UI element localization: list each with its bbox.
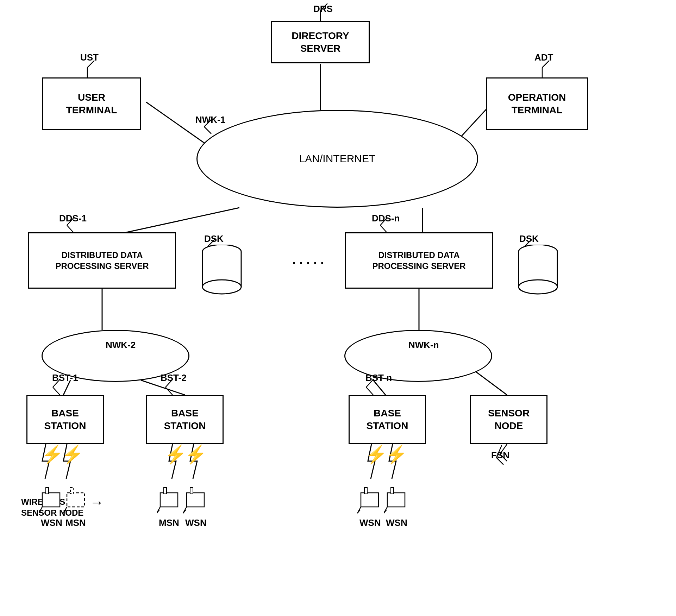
svg-rect-56 — [160, 493, 178, 507]
svg-rect-60 — [187, 493, 204, 507]
svg-line-26 — [53, 387, 60, 395]
svg-line-9 — [204, 127, 211, 134]
wsn1-icon — [39, 486, 63, 514]
lightning6: ⚡ — [386, 444, 407, 465]
nwk2-label: NWK-2 — [106, 340, 136, 351]
svg-rect-64 — [361, 493, 378, 507]
adt-label: ADT — [534, 52, 553, 63]
wsn-label-1: WSN — [41, 517, 62, 528]
svg-rect-68 — [387, 493, 405, 507]
wsn-label-3: WSN — [359, 517, 381, 528]
svg-rect-69 — [391, 488, 394, 494]
dds1-label: DDS-1 — [59, 213, 87, 224]
svg-line-32 — [366, 387, 373, 395]
sensor-node-box: SENSORNODE — [470, 395, 547, 444]
lightning3: ⚡ — [165, 444, 187, 465]
ddsn-label: DDS-n — [372, 213, 400, 224]
svg-rect-65 — [364, 488, 367, 494]
nwk1-label: NWK-1 — [195, 114, 225, 125]
lightning1: ⚡ — [42, 444, 63, 465]
directory-server-box: DIRECTORYSERVER — [271, 21, 370, 63]
wsn4-icon — [384, 486, 408, 514]
msn-arrow: → — [90, 495, 104, 510]
svg-rect-61 — [190, 488, 193, 494]
msn-label-1: MSN — [65, 517, 86, 528]
lightning5: ⚡ — [365, 444, 387, 465]
wsn3-icon — [357, 486, 382, 514]
svg-rect-53 — [70, 488, 73, 494]
bstn-label: BST-n — [365, 372, 392, 383]
dskn-cylinder — [517, 245, 559, 297]
user-terminal-box: USERTERMINAL — [42, 77, 141, 130]
svg-rect-48 — [42, 493, 60, 507]
svg-text:· · · · ·: · · · · · — [292, 256, 324, 270]
base-station-n-box: BASESTATION — [349, 395, 426, 444]
lightning2: ⚡ — [62, 444, 83, 465]
wsn-label-2: WSN — [185, 517, 207, 528]
svg-rect-49 — [46, 488, 49, 494]
svg-line-15 — [380, 225, 387, 233]
lan-internet-ellipse: LAN/INTERNET — [196, 110, 478, 208]
wsn-label-4: WSN — [386, 517, 407, 528]
ddps1-box: DISTRIBUTED DATAPROCESSING SERVER — [28, 232, 176, 289]
svg-line-47 — [496, 458, 503, 465]
msn-label-2: MSN — [159, 517, 179, 528]
ddpsn-box: DISTRIBUTED DATAPROCESSING SERVER — [345, 232, 493, 289]
lightning4: ⚡ — [185, 444, 207, 465]
ust-label: UST — [80, 52, 99, 63]
svg-line-46 — [496, 445, 502, 458]
svg-line-12 — [67, 225, 74, 233]
diagram: · · · · · — [0, 0, 676, 616]
bst2-label: BST-2 — [161, 372, 187, 383]
wsn2-icon — [183, 486, 208, 514]
svg-point-40 — [202, 280, 241, 294]
msn2-icon — [157, 486, 181, 514]
fsn-connector — [491, 445, 512, 473]
dskn-label: DSK — [519, 233, 539, 244]
base-station-1-box: BASESTATION — [26, 395, 104, 444]
dsk1-label: DSK — [204, 233, 224, 244]
svg-point-45 — [519, 280, 557, 294]
drs-label: DRS — [313, 4, 333, 14]
msn1-icon — [63, 486, 88, 514]
bst1-label: BST-1 — [52, 372, 78, 383]
base-station-2-box: BASESTATION — [146, 395, 224, 444]
dsk1-cylinder — [201, 245, 243, 297]
svg-line-11 — [123, 208, 239, 233]
svg-rect-57 — [164, 488, 167, 494]
svg-line-28 — [165, 387, 173, 395]
operation-terminal-box: OPERATIONTERMINAL — [486, 77, 588, 130]
nwkn-label: NWK-n — [408, 340, 439, 351]
svg-rect-52 — [67, 493, 84, 507]
